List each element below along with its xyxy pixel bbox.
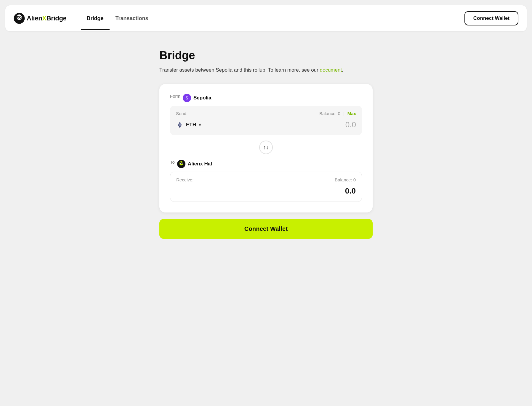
main-content: Bridge Transfer assets between Sepolia a… <box>153 31 379 257</box>
receive-row-top: Receive: Balance: 0 <box>176 177 356 182</box>
header: AlienXBridge Bridge Transactions Connect… <box>5 5 527 31</box>
logo-text: AlienXBridge <box>27 14 67 22</box>
to-label: To <box>170 160 175 165</box>
from-network-name: Sepolia <box>193 95 211 101</box>
from-network-badge: S <box>183 94 191 102</box>
divider: | <box>343 111 344 116</box>
send-label: Send: <box>176 111 188 116</box>
send-row-bottom: ETH ∨ 0.0 <box>176 120 356 129</box>
swap-direction-button[interactable]: ↑↓ <box>259 141 273 154</box>
to-network-name: Alienx Hal <box>188 161 212 167</box>
receive-box: Receive: Balance: 0 0.0 <box>170 172 362 202</box>
description-end: . <box>342 67 343 73</box>
alien-logo-icon <box>14 13 25 24</box>
token-selector-button[interactable]: ETH ∨ <box>176 121 201 129</box>
send-box: Send: Balance: 0 | Max <box>170 106 362 135</box>
receive-balance-text: Balance: 0 <box>335 177 356 182</box>
to-section: To Alienx Hal Receive: Bal <box>170 160 362 202</box>
receive-label: Receive: <box>176 177 193 182</box>
svg-point-18 <box>182 163 183 164</box>
receive-amount: 0.0 <box>176 186 356 196</box>
page-title: Bridge <box>159 49 373 62</box>
send-amount: 0.0 <box>345 120 356 129</box>
description-text: Transfer assets between Sepolia and this… <box>159 67 320 73</box>
to-section-header: To Alienx Hal <box>170 160 362 168</box>
send-row-top: Send: Balance: 0 | Max <box>176 111 356 116</box>
token-name: ETH <box>186 122 196 128</box>
document-link[interactable]: document <box>320 67 342 73</box>
swap-icon: ↑↓ <box>263 144 269 151</box>
svg-point-5 <box>17 17 19 18</box>
from-section-header: Form S Sepolia <box>170 94 362 102</box>
nav-bridge[interactable]: Bridge <box>81 7 110 30</box>
connect-wallet-main-button[interactable]: Connect Wallet <box>159 219 373 239</box>
page-description: Transfer assets between Sepolia and this… <box>159 66 373 74</box>
chevron-down-icon: ∨ <box>198 123 201 127</box>
logo: AlienXBridge <box>14 13 67 24</box>
swap-button-container: ↑↓ <box>170 141 362 154</box>
alienx-network-icon <box>177 160 185 168</box>
balance-text: Balance: 0 <box>319 111 340 116</box>
max-button[interactable]: Max <box>347 111 356 116</box>
svg-point-17 <box>180 163 181 164</box>
header-right: Connect Wallet <box>464 11 518 25</box>
balance-area: Balance: 0 | Max <box>319 111 356 116</box>
main-nav: Bridge Transactions <box>81 7 464 30</box>
svg-point-6 <box>20 17 21 18</box>
bridge-card: Form S Sepolia Send: Balance: 0 | Max <box>159 84 373 212</box>
connect-wallet-header-button[interactable]: Connect Wallet <box>464 11 518 25</box>
from-label: Form <box>170 94 180 99</box>
eth-icon <box>176 121 184 129</box>
nav-transactions[interactable]: Transactions <box>110 7 154 30</box>
